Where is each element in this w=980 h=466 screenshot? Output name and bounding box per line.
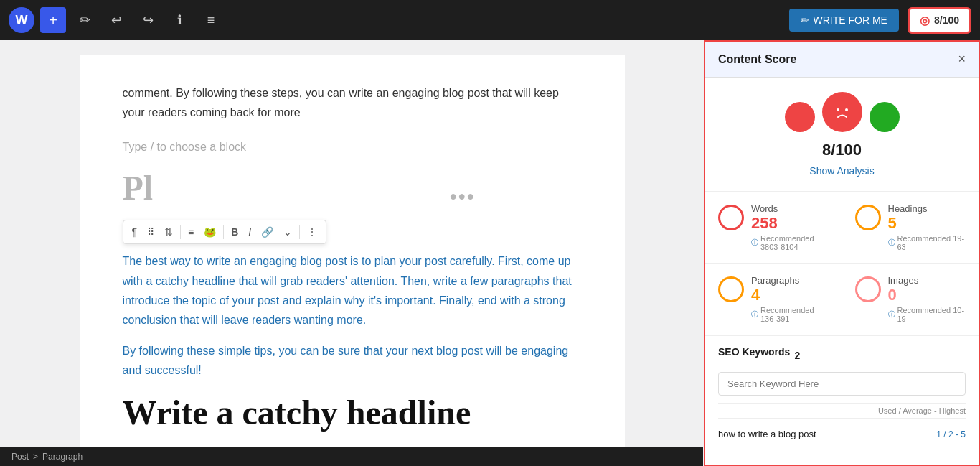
seo-keywords-section: SEO Keywords 2 Used / Average - Highest … [705,336,979,457]
intro-paragraph: comment. By following these steps, you c… [123,83,582,122]
undo-button[interactable]: ↩ [103,7,129,33]
wordpress-logo[interactable]: W [9,7,34,33]
write-for-me-button[interactable]: ✏ WRITE FOR ME [789,9,899,32]
paragraphs-info: Paragraphs 4 ⓘ Recommended 136-391 [751,275,829,323]
italic-button[interactable]: I [244,223,255,241]
stat-cell-images: Images 0 ⓘ Recommended 10-19 [842,264,979,335]
seo-keywords-title: SEO Keywords [718,346,790,358]
images-info-icon: ⓘ [888,309,895,320]
headings-label: Headings [888,203,966,214]
stat-cell-headings: Headings 5 ⓘ Recommended 19-63 [842,192,979,264]
headings-info: Headings 5 ⓘ Recommended 19-63 [888,203,966,251]
main-paragraph-2: By following these simple tips, you can … [123,341,582,380]
block-placeholder[interactable]: Type / to choose a block [123,134,582,161]
breadcrumb-paragraph[interactable]: Paragraph [42,452,83,462]
heading-blurred: Planning your content... [123,168,582,211]
editor-area[interactable]: comment. By following these steps, you c… [0,40,704,466]
paragraphs-info-icon: ⓘ [751,309,758,320]
svg-point-0 [830,100,854,124]
more-options-dropdown[interactable]: ⌄ [279,223,296,241]
bold-button[interactable]: B [227,223,242,241]
images-info: Images 0 ⓘ Recommended 10-19 [888,275,966,323]
toolbar-divider-2 [223,225,224,239]
main-area: comment. By following these steps, you c… [0,40,980,466]
words-value: 258 [751,214,829,233]
paragraphs-label: Paragraphs [751,275,829,286]
seo-table-header: Used / Average - Highest [718,403,966,419]
alignment-button[interactable]: ≡ [184,223,198,241]
score-gauge-icon: ◎ [920,14,930,27]
stat-cell-paragraphs: Paragraphs 4 ⓘ Recommended 136-391 [705,264,842,335]
svg-point-1 [837,108,839,111]
drag-handle-button[interactable]: ⠿ [143,223,159,241]
breadcrumb-post[interactable]: Post [11,452,29,462]
sad-face-icon [830,100,854,124]
seo-keyword-search[interactable] [718,372,966,396]
breadcrumb: Post > Paragraph [0,447,703,466]
images-value: 0 [888,286,966,304]
headings-info-icon: ⓘ [888,238,895,248]
editor-content: comment. By following these steps, you c… [80,55,625,466]
info-button[interactable]: ℹ [166,7,192,33]
images-label: Images [888,275,966,286]
paragraphs-value: 4 [751,286,829,304]
stat-cell-words: Words 258 ⓘ Recommended 3803-8104 [705,192,842,264]
svg-point-2 [845,108,848,111]
block-formatting-toolbar: ¶ ⠿ ⇅ ≡ 🐸 B I 🔗 ⌄ ⋮ [123,220,327,244]
content-score-button[interactable]: ◎ 8/100 [908,7,971,34]
words-info: Words 258 ⓘ Recommended 3803-8104 [751,203,829,251]
words-label: Words [751,203,829,214]
score-face-left [785,102,815,132]
score-faces [785,92,900,132]
main-paragraph-1: The best way to write an engaging blog p… [123,251,582,330]
words-circle [718,205,744,230]
toolbar-divider [180,225,181,239]
breadcrumb-separator: > [33,452,38,462]
show-analysis-link[interactable]: Show Analysis [809,165,874,177]
score-face-center [822,92,862,132]
headings-recommended: ⓘ Recommended 19-63 [888,234,966,251]
move-up-down-button[interactable]: ⇅ [160,223,177,241]
redo-button[interactable]: ↪ [135,7,161,33]
paragraphs-circle [718,276,744,302]
add-block-button[interactable]: + [40,7,66,33]
list-view-button[interactable]: ≡ [198,7,224,33]
pencil-write-icon: ✏ [801,14,809,26]
panel-close-button[interactable]: × [958,52,966,67]
images-recommended: ⓘ Recommended 10-19 [888,306,966,323]
link-button[interactable]: 🔗 [257,223,278,241]
block-options-button[interactable]: ⋮ [303,223,321,241]
panel-header: Content Score × [705,42,979,78]
paragraphs-recommended: ⓘ Recommended 136-391 [751,306,829,323]
headings-circle [855,205,881,230]
seo-keywords-count: 2 [794,350,800,361]
score-display: 8/100 Show Analysis [705,78,979,192]
seo-keyword-count: 1 / 2 - 5 [936,429,966,439]
panel-title: Content Score [718,53,796,66]
content-score-panel: Content Score × 8/100 Show Anal [704,40,980,466]
image-button[interactable]: 🐸 [199,223,220,241]
toolbar-divider-3 [299,225,300,239]
seo-keyword-text: how to write a blog post [718,429,816,439]
words-recommended: ⓘ Recommended 3803-8104 [751,234,829,251]
heading-catchy-headline: Write a catchy headline [123,392,582,434]
score-face-right [870,102,900,132]
words-info-icon: ⓘ [751,238,758,248]
score-number: 8/100 [822,141,862,159]
paragraph-type-button[interactable]: ¶ [128,223,142,241]
stats-grid: Words 258 ⓘ Recommended 3803-8104 Headin… [705,192,979,336]
pencil-icon[interactable]: ✏ [72,7,98,33]
headings-value: 5 [888,214,966,233]
seo-keyword-row: how to write a blog post 1 / 2 - 5 [718,421,966,447]
images-circle [855,276,881,302]
main-toolbar: W + ✏ ↩ ↪ ℹ ≡ ✏ WRITE FOR ME ◎ 8/100 [0,0,980,40]
